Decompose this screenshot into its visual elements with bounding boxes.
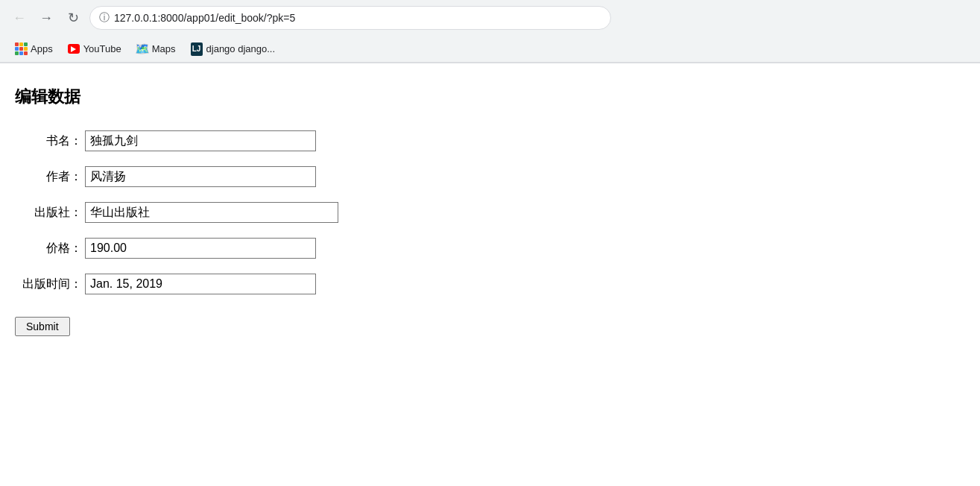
info-icon: ⓘ xyxy=(99,11,110,25)
apps-icon xyxy=(15,43,27,55)
django-label: django django... xyxy=(206,43,276,54)
bookmark-apps[interactable]: Apps xyxy=(9,40,59,58)
maps-label: Maps xyxy=(152,43,176,54)
date-input[interactable] xyxy=(85,274,316,294)
bookmark-maps[interactable]: 🗺️ Maps xyxy=(130,40,182,58)
price-label: 价格： xyxy=(15,241,82,256)
publisher-row: 出版社： xyxy=(15,202,965,223)
date-row: 出版时间： xyxy=(15,274,965,294)
address-bar[interactable]: ⓘ 127.0.0.1:8000/app01/edit_book/?pk=5 xyxy=(89,6,611,30)
apps-label: Apps xyxy=(31,43,53,54)
nav-bar: ← → ↻ ⓘ 127.0.0.1:8000/app01/edit_book/?… xyxy=(0,0,980,36)
url-text: 127.0.0.1:8000/app01/edit_book/?pk=5 xyxy=(114,12,295,24)
page-title: 编辑数据 xyxy=(15,86,965,108)
price-input[interactable] xyxy=(85,238,316,259)
bookmark-youtube[interactable]: YouTube xyxy=(62,40,127,58)
submit-row: Submit xyxy=(15,309,965,336)
youtube-label: YouTube xyxy=(83,43,121,54)
bookmark-django[interactable]: LJ django django... xyxy=(185,40,282,58)
title-label: 书名： xyxy=(15,133,82,149)
price-row: 价格： xyxy=(15,238,965,259)
author-row: 作者： xyxy=(15,166,965,187)
title-row: 书名： xyxy=(15,130,965,151)
bookmarks-bar: Apps YouTube 🗺️ Maps LJ django django... xyxy=(0,36,980,63)
reload-button[interactable]: ↻ xyxy=(63,7,83,28)
submit-button[interactable]: Submit xyxy=(15,317,70,336)
title-input[interactable] xyxy=(85,130,316,151)
author-input[interactable] xyxy=(85,166,316,187)
publisher-input[interactable] xyxy=(85,202,338,223)
page-content: 编辑数据 书名： 作者： 出版社： 价格： 出版时间： Submit xyxy=(0,63,980,486)
maps-icon: 🗺️ xyxy=(136,43,148,55)
youtube-icon xyxy=(68,43,80,55)
browser-chrome: ← → ↻ ⓘ 127.0.0.1:8000/app01/edit_book/?… xyxy=(0,0,980,63)
date-label: 出版时间： xyxy=(15,277,82,292)
edit-form: 书名： 作者： 出版社： 价格： 出版时间： Submit xyxy=(15,130,965,336)
publisher-label: 出版社： xyxy=(15,205,82,221)
back-button[interactable]: ← xyxy=(9,7,30,28)
django-icon: LJ xyxy=(191,43,203,55)
forward-button[interactable]: → xyxy=(36,7,57,28)
author-label: 作者： xyxy=(15,169,82,185)
